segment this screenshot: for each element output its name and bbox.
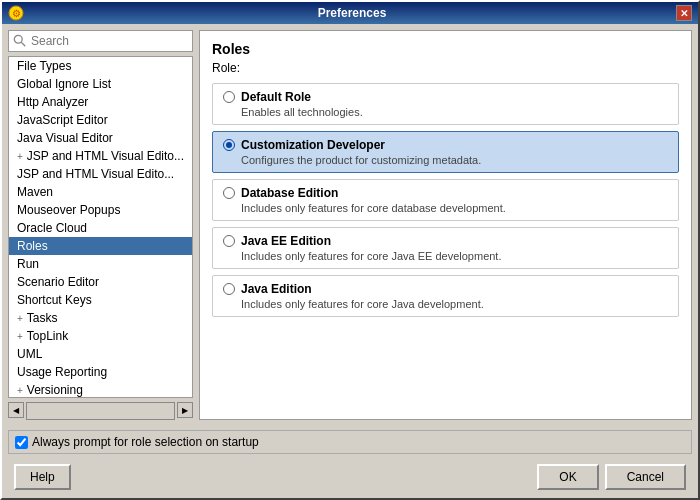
close-button[interactable]: ✕ — [676, 5, 692, 21]
tree-item-mouseover-popups[interactable]: Mouseover Popups — [9, 201, 192, 219]
role-desc-customization-developer: Configures the product for customizing m… — [241, 154, 668, 166]
tree-item-java-visual-editor[interactable]: Java Visual Editor — [9, 129, 192, 147]
tree-container[interactable]: File TypesGlobal Ignore ListHttp Analyze… — [8, 56, 193, 398]
help-button[interactable]: Help — [14, 464, 71, 490]
role-name-database-edition: Database Edition — [241, 186, 338, 200]
role-option-java-edition[interactable]: Java EditionIncludes only features for c… — [212, 275, 679, 317]
radio-java-ee-edition[interactable] — [223, 235, 235, 247]
svg-text:⚙: ⚙ — [12, 8, 21, 19]
horizontal-scrollbar[interactable]: ◀ ▶ — [8, 402, 193, 420]
radio-database-edition[interactable] — [223, 187, 235, 199]
role-option-header-java-ee-edition: Java EE Edition — [223, 234, 668, 248]
role-desc-java-ee-edition: Includes only features for core Java EE … — [241, 250, 668, 262]
scroll-track[interactable] — [26, 402, 175, 420]
search-box — [8, 30, 193, 52]
scroll-right-btn[interactable]: ▶ — [177, 402, 193, 418]
tree-item-usage-reporting[interactable]: Usage Reporting — [9, 363, 192, 381]
search-icon — [13, 34, 27, 48]
role-label: Role: — [212, 61, 679, 75]
svg-point-2 — [14, 35, 22, 43]
always-prompt-label: Always prompt for role selection on star… — [32, 435, 259, 449]
tree-item-file-types[interactable]: File Types — [9, 57, 192, 75]
tree-item-roles[interactable]: Roles — [9, 237, 192, 255]
left-panel: File TypesGlobal Ignore ListHttp Analyze… — [8, 30, 193, 420]
role-desc-java-edition: Includes only features for core Java dev… — [241, 298, 668, 310]
ok-cancel-group: OK Cancel — [537, 464, 686, 490]
bottom-panel: Always prompt for role selection on star… — [2, 426, 698, 498]
radio-default-role[interactable] — [223, 91, 235, 103]
tree-item-jsp-html-2[interactable]: JSP and HTML Visual Edito... — [9, 165, 192, 183]
role-option-default-role[interactable]: Default RoleEnables all technologies. — [212, 83, 679, 125]
tree-item-maven[interactable]: Maven — [9, 183, 192, 201]
scroll-left-btn[interactable]: ◀ — [8, 402, 24, 418]
app-icon: ⚙ — [8, 5, 24, 21]
role-desc-default-role: Enables all technologies. — [241, 106, 668, 118]
role-name-default-role: Default Role — [241, 90, 311, 104]
roles-container: Default RoleEnables all technologies.Cus… — [212, 83, 679, 323]
radio-customization-developer[interactable] — [223, 139, 235, 151]
role-option-header-default-role: Default Role — [223, 90, 668, 104]
tree-item-versioning[interactable]: Versioning — [9, 381, 192, 398]
tree-item-run[interactable]: Run — [9, 255, 192, 273]
tree-item-scenario-editor[interactable]: Scenario Editor — [9, 273, 192, 291]
tree-item-oracle-cloud[interactable]: Oracle Cloud — [9, 219, 192, 237]
window-title: Preferences — [28, 6, 676, 20]
role-option-header-database-edition: Database Edition — [223, 186, 668, 200]
always-prompt-checkbox[interactable] — [15, 436, 28, 449]
svg-line-3 — [21, 42, 25, 46]
content-area: File TypesGlobal Ignore ListHttp Analyze… — [2, 24, 698, 426]
role-option-java-ee-edition[interactable]: Java EE EditionIncludes only features fo… — [212, 227, 679, 269]
role-name-java-ee-edition: Java EE Edition — [241, 234, 331, 248]
tree-item-http-analyzer[interactable]: Http Analyzer — [9, 93, 192, 111]
role-option-header-customization-developer: Customization Developer — [223, 138, 668, 152]
preferences-window: ⚙ Preferences ✕ File TypesGlobal Ignore … — [0, 0, 700, 500]
tree-item-global-ignore-list[interactable]: Global Ignore List — [9, 75, 192, 93]
titlebar: ⚙ Preferences ✕ — [2, 2, 698, 24]
tree-item-shortcut-keys[interactable]: Shortcut Keys — [9, 291, 192, 309]
cancel-button[interactable]: Cancel — [605, 464, 686, 490]
role-name-java-edition: Java Edition — [241, 282, 312, 296]
right-panel: Roles Role: Default RoleEnables all tech… — [199, 30, 692, 420]
role-option-customization-developer[interactable]: Customization DeveloperConfigures the pr… — [212, 131, 679, 173]
tree-item-tasks[interactable]: Tasks — [9, 309, 192, 327]
ok-button[interactable]: OK — [537, 464, 598, 490]
role-name-customization-developer: Customization Developer — [241, 138, 385, 152]
roles-title: Roles — [212, 41, 679, 57]
search-input[interactable] — [31, 34, 188, 48]
always-prompt-row: Always prompt for role selection on star… — [8, 430, 692, 454]
radio-java-edition[interactable] — [223, 283, 235, 295]
tree-item-jsp-html-1[interactable]: JSP and HTML Visual Edito... — [9, 147, 192, 165]
tree-item-javascript-editor[interactable]: JavaScript Editor — [9, 111, 192, 129]
tree-item-toplink[interactable]: TopLink — [9, 327, 192, 345]
tree-item-uml[interactable]: UML — [9, 345, 192, 363]
role-desc-database-edition: Includes only features for core database… — [241, 202, 668, 214]
button-row: Help OK Cancel — [8, 460, 692, 494]
role-option-header-java-edition: Java Edition — [223, 282, 668, 296]
role-option-database-edition[interactable]: Database EditionIncludes only features f… — [212, 179, 679, 221]
